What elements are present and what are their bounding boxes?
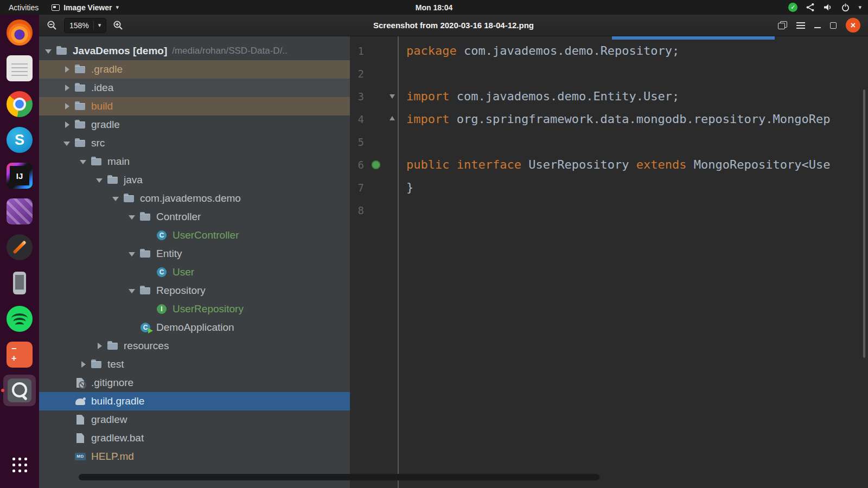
code-token: }	[406, 181, 413, 194]
dock-item-phone[interactable]	[0, 265, 39, 301]
chevron-right-icon[interactable]	[61, 100, 74, 113]
chevron-down-icon[interactable]	[126, 247, 139, 260]
clock[interactable]: Mon 18:04	[416, 3, 452, 12]
tree-item[interactable]: HELP.md	[39, 447, 350, 466]
dock-item-spotify[interactable]	[0, 301, 39, 337]
line-number: 3	[352, 85, 364, 108]
tree-item-label: Controller	[156, 211, 201, 223]
tree-item-label: User	[173, 266, 194, 278]
dock-item-firefox[interactable]	[0, 15, 39, 50]
chevron-down-icon[interactable]	[126, 210, 139, 223]
zoom-out-icon[interactable]	[47, 20, 58, 31]
chevron-right-icon[interactable]	[93, 339, 106, 352]
code-token: MongoRepository<Use	[694, 158, 831, 171]
gutter-row: 2	[350, 62, 398, 85]
share-indicator-icon[interactable]	[806, 3, 815, 12]
chevron-right-icon[interactable]	[77, 358, 90, 371]
chevron-down-icon[interactable]	[93, 174, 106, 187]
dock-item-show-applications[interactable]	[0, 447, 39, 483]
running-indicator-dot	[1, 389, 4, 392]
close-icon[interactable]: ×	[846, 18, 860, 33]
tree-item[interactable]: src	[39, 134, 350, 152]
dock-item-chrome[interactable]	[0, 86, 39, 122]
dock-item-photos[interactable]	[0, 194, 39, 229]
editor-panel: 1 2 3 4 5 6 7 8 package com.javademos.de…	[350, 36, 868, 488]
tree-item[interactable]: gradlew	[39, 410, 350, 429]
tree-item-label: main	[107, 156, 130, 168]
dock-item-image-viewer[interactable]	[0, 373, 39, 408]
chevron-down-icon[interactable]: ▾	[858, 4, 861, 11]
code-token: package	[406, 44, 464, 57]
tree-item[interactable]: java	[39, 171, 350, 189]
chevron-spacer	[61, 432, 74, 445]
zoom-in-icon[interactable]	[113, 20, 124, 31]
phone-icon	[7, 270, 33, 296]
project-name: JavaDemos [demo]	[73, 45, 167, 57]
tree-item[interactable]: DemoApplication	[39, 318, 350, 337]
tree-item[interactable]: test	[39, 355, 350, 374]
active-app-highlight	[3, 375, 36, 406]
skype-icon: S	[7, 127, 33, 153]
tree-item[interactable]: .gradle	[39, 60, 350, 79]
power-icon[interactable]	[841, 3, 850, 12]
tree-item[interactable]: main	[39, 152, 350, 171]
zoom-level-dropdown[interactable]: 158% ▾	[64, 18, 106, 33]
tree-item-label: java	[124, 174, 143, 186]
maximize-icon[interactable]	[830, 22, 837, 29]
chevron-down-icon[interactable]	[126, 284, 139, 297]
tree-item-label: build	[91, 100, 113, 112]
tree-item[interactable]: .gitignore	[39, 374, 350, 392]
chevron-spacer	[126, 321, 139, 334]
code-token: com.javademos.demo.Repository;	[464, 44, 679, 57]
fold-marker-icon[interactable]	[390, 94, 395, 99]
dock-item-pen-tool[interactable]	[0, 229, 39, 265]
tree-item-label: build.gradle	[91, 395, 144, 407]
vertical-scrollbar[interactable]	[863, 89, 865, 358]
tree-item[interactable]: UserRepository	[39, 300, 350, 318]
tree-item-label: gradlew.bat	[91, 432, 144, 444]
tree-item[interactable]: UserController	[39, 226, 350, 245]
tree-item-selected[interactable]: build.gradle	[39, 392, 350, 410]
class-run-icon	[139, 321, 152, 334]
minimize-icon[interactable]	[814, 27, 821, 28]
tree-item[interactable]: build	[39, 97, 350, 115]
tree-item[interactable]: Entity	[39, 245, 350, 263]
tree-item[interactable]: .idea	[39, 79, 350, 97]
tree-item[interactable]: Controller	[39, 208, 350, 226]
gutter-row: 5	[350, 131, 398, 153]
tree-item-label: HELP.md	[91, 451, 134, 463]
spring-bean-gutter-icon[interactable]	[372, 160, 380, 169]
activities-button[interactable]: Activities	[5, 3, 42, 12]
tree-item[interactable]: User	[39, 263, 350, 281]
dock-item-intellij[interactable]: IJ	[0, 158, 39, 194]
zoom-level-value: 158%	[69, 21, 89, 30]
code-line: }	[406, 176, 868, 199]
gradle-file-icon	[74, 395, 87, 408]
markdown-file-icon	[74, 450, 87, 463]
tree-item[interactable]: gradle	[39, 115, 350, 134]
restore-window-icon[interactable]	[778, 21, 787, 29]
chevron-down-icon: ▾	[116, 4, 119, 11]
update-check-icon[interactable]: ✓	[788, 3, 797, 12]
dock-item-skype[interactable]: S	[0, 122, 39, 158]
chevron-down-icon[interactable]	[42, 44, 55, 57]
screenshot-content: JavaDemos [demo] /media/rohan/SSD-Data-D…	[39, 36, 868, 488]
chevron-down-icon[interactable]	[77, 155, 90, 168]
chevron-down-icon[interactable]	[61, 137, 74, 150]
tree-item[interactable]: com.javademos.demo	[39, 189, 350, 208]
chevron-right-icon[interactable]	[61, 81, 74, 94]
chevron-right-icon[interactable]	[61, 118, 74, 131]
tree-item[interactable]: resources	[39, 337, 350, 355]
tree-item[interactable]: gradlew.bat	[39, 429, 350, 447]
tree-root-item[interactable]: JavaDemos [demo] /media/rohan/SSD-Data-D…	[39, 42, 350, 60]
app-menu-button[interactable]: Image Viewer ▾	[52, 3, 119, 12]
dock-item-text-editor[interactable]	[0, 50, 39, 86]
dock-item-package-tool[interactable]	[0, 337, 39, 373]
tree-item[interactable]: Repository	[39, 281, 350, 300]
chevron-right-icon[interactable]	[61, 63, 74, 76]
chevron-down-icon[interactable]	[110, 192, 123, 205]
menu-icon[interactable]	[796, 22, 805, 29]
volume-icon[interactable]	[823, 3, 833, 12]
horizontal-scrollbar[interactable]	[79, 474, 599, 480]
fold-marker-icon[interactable]	[390, 116, 395, 120]
